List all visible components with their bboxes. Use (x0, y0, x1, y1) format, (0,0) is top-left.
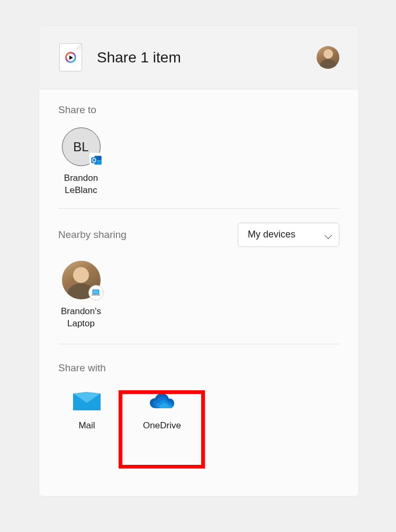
contact-initials: BL (73, 140, 88, 154)
outlook-icon (89, 153, 104, 167)
nearby-sharing-section: Nearby sharing My devices (58, 223, 339, 344)
share-to-section: Share to BL (58, 104, 339, 209)
file-icon (59, 43, 82, 71)
app-label: Mail (78, 420, 95, 431)
divider (58, 208, 339, 209)
share-with-section: Share with Mail (58, 362, 339, 435)
mail-icon (71, 388, 103, 415)
onedrive-icon (146, 388, 178, 415)
contact-name: Brandon LeBlanc (64, 172, 98, 197)
onedrive-tile[interactable]: OneDrive (133, 379, 191, 435)
divider (58, 344, 339, 344)
contact-brandon-leblanc[interactable]: BL Brandon LeBlanc (57, 127, 105, 197)
chevron-down-icon (325, 232, 331, 238)
device-brandons-laptop[interactable]: Brandon's Laptop (57, 261, 105, 330)
app-label: OneDrive (143, 420, 181, 431)
share-dialog: Share 1 item Share to BL (39, 25, 359, 497)
dropdown-selected-label: My devices (248, 229, 325, 240)
dialog-title: Share 1 item (97, 49, 317, 66)
mail-tile[interactable]: Mail (58, 379, 116, 435)
svg-rect-6 (92, 295, 100, 296)
user-avatar[interactable] (317, 46, 339, 69)
share-to-label: Share to (58, 104, 339, 116)
share-with-label: Share with (58, 362, 339, 374)
svg-rect-5 (93, 290, 99, 294)
laptop-icon (88, 285, 104, 300)
nearby-sharing-label: Nearby sharing (58, 229, 127, 241)
dialog-header: Share 1 item (39, 26, 358, 89)
nearby-scope-dropdown[interactable]: My devices (238, 223, 339, 247)
device-name: Brandon's Laptop (61, 306, 101, 330)
